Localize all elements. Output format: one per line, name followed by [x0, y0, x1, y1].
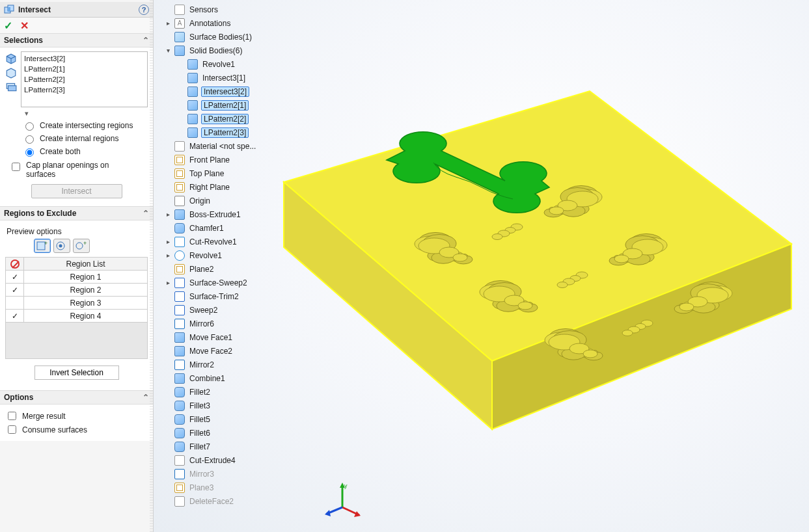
options-body: Merge result Consume surfaces: [0, 405, 153, 441]
selections-header[interactable]: Selections ⌃: [0, 33, 153, 47]
region-row[interactable]: ✓Region 4: [6, 310, 148, 323]
tree-node[interactable]: Cut-Extrude4: [165, 453, 302, 467]
region-checkbox-cell[interactable]: ✓: [6, 271, 24, 284]
surface-body-selector-icon[interactable]: [5, 67, 17, 79]
tree-node[interactable]: Move Face2: [165, 344, 302, 358]
tree-node-label: LPattern2[1]: [201, 100, 249, 111]
region-checkbox-cell[interactable]: ✓: [6, 310, 24, 323]
tree-node[interactable]: ▾Solid Bodies(6): [165, 44, 302, 57]
tree-twist-icon[interactable]: ▸: [165, 238, 171, 245]
consume-surfaces-checkbox[interactable]: Consume surfaces: [5, 423, 148, 436]
tree-node[interactable]: Move Face1: [165, 330, 302, 344]
help-icon[interactable]: ?: [139, 5, 149, 15]
tree-node[interactable]: Intersect3[1]: [165, 71, 302, 85]
intersect-button[interactable]: Intersect: [31, 184, 122, 198]
svg-text:+: +: [83, 241, 87, 246]
tree-node[interactable]: Right Plane: [165, 180, 302, 194]
tree-node[interactable]: ▸Surface-Sweep2: [165, 276, 302, 289]
radio-create-both[interactable]: Create both: [22, 146, 148, 157]
tree-node[interactable]: ▸Revolve1: [165, 248, 302, 262]
merge-result-checkbox[interactable]: Merge result: [5, 410, 148, 422]
tree-node[interactable]: LPattern2[1]: [165, 98, 302, 112]
regions-header[interactable]: Regions to Exclude ⌃: [0, 206, 153, 220]
tree-node-label: Move Face1: [188, 333, 234, 342]
mirror-icon: [174, 360, 185, 370]
tree-node[interactable]: LPattern2[2]: [165, 112, 302, 126]
tree-node[interactable]: ▸Cut-Revolve1: [165, 235, 302, 248]
tree-twist-icon[interactable]: ▸: [165, 279, 171, 286]
tree-twist-icon[interactable]: ▾: [165, 47, 171, 54]
tree-node[interactable]: Origin: [165, 194, 302, 207]
region-checkbox-cell[interactable]: ✓: [6, 284, 24, 297]
invert-selection-button[interactable]: Invert Selection: [34, 366, 119, 380]
selection-list-item[interactable]: LPattern2[3]: [24, 85, 144, 95]
tree-node[interactable]: Surface-Trim2: [165, 289, 302, 303]
region-row[interactable]: ✓Region 1: [6, 271, 148, 284]
tree-node[interactable]: Mirror2: [165, 358, 302, 371]
region-row[interactable]: Region 3: [6, 297, 148, 310]
panel-resize-grip[interactable]: [150, 0, 153, 532]
selection-list[interactable]: Intersect3[2]LPattern2[1]LPattern2[2]LPa…: [21, 51, 148, 107]
tree-node[interactable]: Fillet6: [165, 426, 302, 440]
cancel-button[interactable]: ✕: [20, 20, 29, 32]
ok-cancel-bar: ✓ ✕: [0, 18, 153, 33]
tree-node[interactable]: Fillet5: [165, 412, 302, 426]
reference-triad[interactable]: y: [323, 481, 362, 520]
region-list-table: Region List ✓Region 1✓Region 2Region 3✓R…: [5, 257, 148, 323]
preview-exclude-button[interactable]: [53, 239, 70, 253]
checkbox-label: Merge result: [22, 412, 66, 421]
tree-node-label: LPattern2[3]: [201, 127, 249, 138]
tree-node[interactable]: Fillet3: [165, 399, 302, 412]
options-header[interactable]: Options ⌃: [0, 390, 153, 405]
feature-tree[interactable]: Sensors▸AAnnotationsSurface Bodies(1)▾So…: [165, 3, 302, 508]
tree-node[interactable]: Plane3: [165, 481, 302, 494]
radio-create-internal[interactable]: Create internal regions: [22, 133, 148, 144]
solid-body-selector-icon[interactable]: [5, 53, 17, 64]
tree-node[interactable]: Sweep2: [165, 303, 302, 317]
tree-node-label: Revolve1: [201, 60, 236, 69]
tree-node[interactable]: Fillet7: [165, 440, 302, 453]
tree-node[interactable]: Chamfer1: [165, 221, 302, 235]
selection-toggle-icon[interactable]: ▾: [25, 109, 148, 118]
tree-twist-icon[interactable]: ▸: [165, 252, 171, 259]
preview-include-button[interactable]: +: [34, 239, 51, 253]
tree-twist-icon[interactable]: ▸: [165, 20, 171, 27]
graphics-area[interactable]: y Sensors▸AAnnotationsSurface Bodies(1)▾…: [154, 0, 809, 532]
radio-create-intersecting[interactable]: Create intersecting regions: [22, 120, 148, 131]
tree-node-label: Cut-Revolve1: [188, 237, 238, 246]
tree-node[interactable]: Mirror3: [165, 467, 302, 481]
tree-node[interactable]: Surface Bodies(1): [165, 30, 302, 44]
model-block: [284, 91, 791, 429]
region-row[interactable]: ✓Region 2: [6, 284, 148, 297]
tree-node[interactable]: Plane2: [165, 262, 302, 276]
tree-node[interactable]: Intersect3[2]: [165, 85, 302, 98]
region-label: Region 3: [24, 297, 148, 310]
region-checkbox-cell[interactable]: [6, 297, 24, 310]
preview-both-button[interactable]: +: [73, 239, 90, 253]
region-label: Region 2: [24, 284, 148, 297]
tree-node[interactable]: Revolve1: [165, 57, 302, 71]
tree-node-label: Material <not spe...: [188, 142, 257, 151]
sweep-icon: [174, 278, 185, 288]
tree-node[interactable]: DeleteFace2: [165, 494, 302, 508]
tree-node[interactable]: Fillet2: [165, 385, 302, 399]
cube-icon: [187, 127, 198, 138]
cap-planar-checkbox[interactable]: Cap planar openings on surfaces: [9, 161, 148, 179]
tree-node[interactable]: Combine1: [165, 371, 302, 385]
tree-node[interactable]: LPattern2[3]: [165, 126, 302, 139]
selection-list-item[interactable]: LPattern2[2]: [24, 74, 144, 85]
tree-node[interactable]: Sensors: [165, 3, 302, 16]
tree-node[interactable]: ▸Boss-Extrude1: [165, 207, 302, 221]
plane-selector-icon[interactable]: [5, 81, 17, 93]
tree-node[interactable]: Mirror6: [165, 317, 302, 330]
tree-node[interactable]: ▸AAnnotations: [165, 16, 302, 30]
tree-node[interactable]: Top Plane: [165, 166, 302, 180]
plane-icon: [174, 264, 185, 274]
tree-node[interactable]: Material <not spe...: [165, 139, 302, 153]
tree-twist-icon[interactable]: ▸: [165, 211, 171, 218]
ok-button[interactable]: ✓: [4, 20, 12, 32]
selection-list-item[interactable]: LPattern2[1]: [24, 64, 144, 74]
tree-node-label: DeleteFace2: [188, 497, 235, 506]
selection-list-item[interactable]: Intersect3[2]: [24, 53, 144, 64]
tree-node[interactable]: Front Plane: [165, 153, 302, 166]
